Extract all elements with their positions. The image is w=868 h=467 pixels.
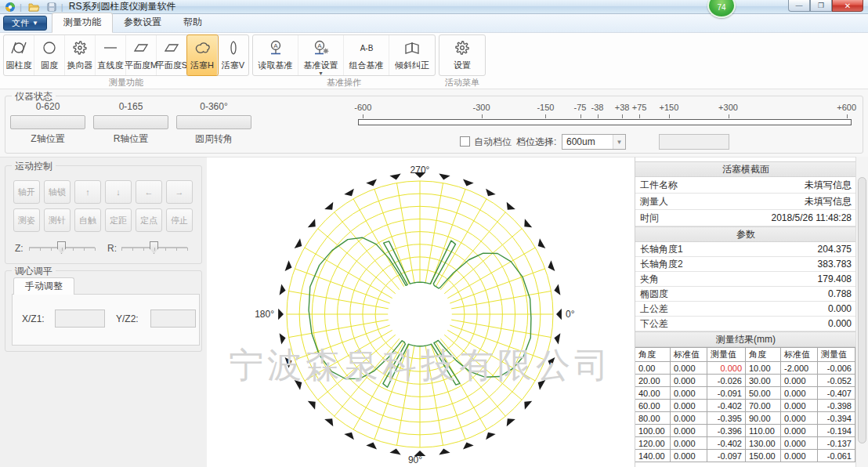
ruler-tick-mark — [482, 114, 483, 118]
flatness-m-button[interactable]: 平面度M — [126, 35, 157, 75]
button-label: 倾斜纠正 — [395, 60, 429, 71]
centering-leveling-label: 调心调平 — [12, 265, 56, 278]
up-button[interactable]: ↑ — [74, 180, 101, 204]
grid-spoke — [295, 325, 389, 360]
stylus-button[interactable]: 测针 — [44, 208, 71, 232]
table-cell: 0.000 — [781, 450, 818, 462]
table-cell: 0.000 — [671, 362, 707, 374]
z-slider-label: Z: — [15, 243, 24, 254]
ruler-tick-mark — [847, 114, 848, 118]
axis-open-button[interactable]: 轴开 — [13, 180, 40, 204]
table-row[interactable]: 20.000.000-0.02630.000.000-0.052 — [635, 375, 856, 387]
grid-spoke — [305, 248, 392, 299]
piston-v-button[interactable]: 活塞V — [218, 35, 248, 75]
grid-spoke — [353, 199, 404, 287]
gear-value-input[interactable] — [659, 134, 729, 150]
ruler-tick-label: -75 — [574, 103, 587, 112]
left-button[interactable]: ← — [136, 180, 162, 204]
table-row[interactable]: 140.000.000-0.097150.000.000-0.061 — [635, 450, 856, 462]
table-row[interactable]: 100.000.000-0.396110.000.000-0.194 — [635, 425, 856, 437]
fixed-distance-button[interactable]: 定距 — [105, 208, 132, 232]
ruler-tick-label: +75 — [632, 103, 647, 112]
tab-help[interactable]: 帮助 — [172, 13, 213, 32]
close-button[interactable]: ✕ — [832, 0, 863, 12]
maximize-button[interactable]: ❐ — [810, 0, 832, 12]
fixed-point-button[interactable]: 定点 — [136, 208, 162, 232]
angle-marker-icon — [278, 309, 284, 320]
application-window: | | RS系列圆柱度仪测量软件 — ❐ ✕ 74 文件 ▼ 测量功能 参数设置… — [0, 0, 868, 467]
read-datum-button[interactable]: A读取基准 — [253, 35, 298, 75]
table-cell: 110.00 — [746, 425, 781, 436]
table-cell: 20.00 — [635, 375, 671, 386]
angle-marker-icon — [285, 357, 292, 368]
button-label: 圆度 — [41, 60, 58, 71]
angle-marker-icon — [507, 418, 515, 426]
ribbon-group-caption: 活动菜单 — [439, 77, 486, 89]
gear-select-dropdown[interactable]: 600um ▼ — [562, 134, 626, 150]
button-label: 平面度S — [156, 60, 187, 71]
settings-button[interactable]: 设置 — [439, 35, 485, 75]
table-cell: 0.000 — [671, 437, 707, 449]
down-button[interactable]: ↓ — [105, 180, 132, 204]
app-menu-label: 文件 — [12, 17, 29, 29]
table-row[interactable]: 80.000.000-0.39590.000.000-0.394 — [635, 412, 856, 425]
app-menu-button[interactable]: 文件 ▼ — [3, 16, 47, 31]
vertical-scrollbar[interactable] — [855, 157, 868, 467]
y-z2-label: Y/Z2: — [116, 313, 139, 324]
roundness-button[interactable]: 圆度 — [34, 35, 65, 75]
button-label: 读取基准 — [259, 60, 293, 71]
chevron-down-icon[interactable]: ▼ — [613, 135, 625, 149]
ruler-tick-label: -600 — [354, 103, 371, 112]
tab-parameter-settings[interactable]: 参数设置 — [113, 13, 172, 32]
commutator-button[interactable]: 换向器 — [65, 35, 96, 75]
save-icon[interactable] — [45, 1, 59, 13]
tab-manual-adjust[interactable]: 手动调整 — [13, 277, 74, 295]
table-cell: -0.395 — [707, 412, 746, 424]
minimize-button[interactable]: — — [788, 0, 810, 12]
datum-setting-button[interactable]: A基准设置▼ — [298, 35, 344, 75]
flatness-s-button[interactable]: 平面度S — [157, 35, 187, 75]
motion-control-label: 运动控制 — [12, 160, 56, 173]
r-axis-range: 0-165 — [93, 101, 168, 112]
stop-button[interactable]: 停止 — [166, 208, 193, 232]
tab-measure-functions[interactable]: 测量功能 — [52, 13, 113, 33]
y-z2-field[interactable] — [150, 310, 196, 328]
scrollbar-thumb[interactable] — [858, 177, 866, 443]
right-button[interactable]: → — [166, 180, 193, 204]
angle-marker-icon — [524, 219, 532, 227]
auto-gear-checkbox[interactable] — [460, 136, 470, 147]
straightness-button[interactable]: 直线度 — [96, 35, 126, 75]
table-cell: 90.00 — [746, 412, 781, 424]
tilt-correction-button[interactable]: 倾斜纠正 — [389, 35, 435, 75]
combined-datum-button[interactable]: A-B组合基准 — [344, 35, 389, 75]
table-cell: -0.402 — [707, 400, 746, 411]
param-value: 383.783 — [818, 259, 856, 270]
probe-pose-button[interactable]: 测姿 — [13, 208, 40, 232]
angle-marker-icon — [463, 443, 474, 450]
table-row[interactable]: 0.000.0000.00010.00-2.000-0.006 — [635, 362, 856, 375]
button-label: 圆柱度 — [6, 60, 32, 71]
angle-marker-icon — [389, 174, 400, 180]
piston-h-button[interactable]: 活塞H — [187, 35, 218, 75]
auto-touch-button[interactable]: 自触 — [74, 208, 101, 232]
cylindricity-icon — [9, 38, 29, 59]
grid-spoke — [289, 320, 389, 337]
ruler-tick-mark — [580, 114, 581, 118]
results-panel: 活塞横截面工件名称未填写信息测量人未填写信息时间2018/5/26 11:48:… — [635, 157, 855, 467]
table-row[interactable]: 60.000.000-0.40270.000.000-0.398 — [635, 400, 856, 412]
table-row[interactable]: 40.000.000-0.09150.000.000-0.407 — [635, 387, 856, 400]
table-cell: 0.000 — [671, 375, 707, 386]
open-file-icon[interactable] — [27, 1, 42, 13]
x-z1-field[interactable] — [55, 310, 105, 328]
tilt-correction-icon — [402, 38, 422, 59]
table-cell: 0.000 — [671, 425, 707, 436]
axis-lock-button[interactable]: 轴锁 — [44, 180, 71, 204]
ribbon-group-2: 设置活动菜单 — [439, 34, 486, 89]
grid-spoke — [447, 330, 535, 381]
cylindricity-button[interactable]: 圆柱度 — [4, 35, 34, 75]
table-row[interactable]: 120.000.000-0.402130.000.000-0.137 — [635, 437, 856, 450]
param-label: 长轴角度2 — [635, 258, 818, 271]
left-control-panel: 运动控制 轴开轴锁↑↓←→测姿测针自触定距定点停止 Z: R: 调心调平 — [0, 157, 207, 467]
param-row: 下公差0.000 — [635, 317, 856, 331]
ruler-tick-label: +38 — [615, 103, 630, 112]
